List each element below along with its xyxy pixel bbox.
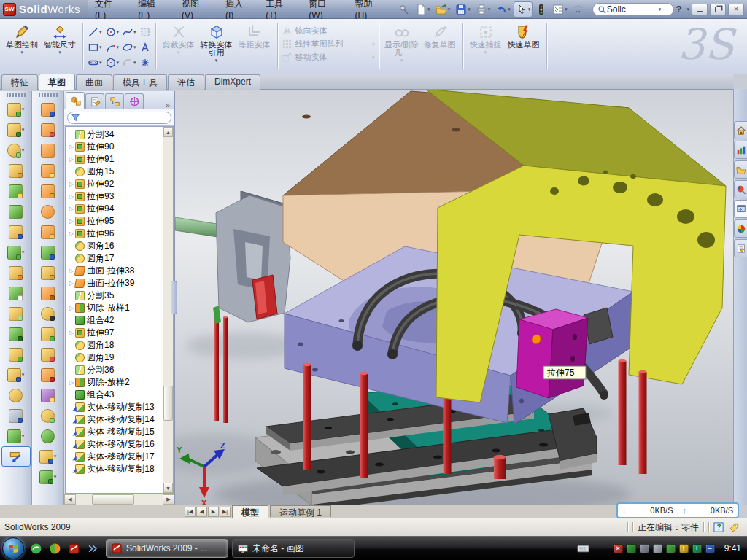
tree-item[interactable]: 分割35 xyxy=(66,289,163,302)
taskpane-view-palette-tab[interactable] xyxy=(734,200,747,218)
configuration-manager-tab[interactable] xyxy=(105,93,124,109)
feature-toolbar-button-col1-5[interactable] xyxy=(1,181,31,201)
print-button[interactable]: ▾ xyxy=(473,1,493,18)
toolbar-grip[interactable] xyxy=(39,93,58,97)
dropdown-arrow[interactable]: ▾ xyxy=(22,147,25,153)
tree-item[interactable]: 圆角17 xyxy=(66,252,163,265)
dropdown-arrow[interactable]: ▾ xyxy=(565,7,568,12)
tab-模具工具[interactable]: 模具工具 xyxy=(113,74,167,90)
feature-toolbar-button-col2-11[interactable] xyxy=(34,303,63,324)
dropdown-arrow[interactable]: ▾ xyxy=(58,50,61,55)
taskpane-file-explorer-tab[interactable] xyxy=(734,160,747,179)
feature-toolbar-button-col1-16[interactable] xyxy=(1,405,31,426)
tree-item[interactable]: 圆角18 xyxy=(66,339,163,351)
minimize-button[interactable] xyxy=(692,4,708,15)
dropdown-arrow[interactable]: ▾ xyxy=(468,7,471,12)
sketch-line-button[interactable]: ▾ xyxy=(87,26,103,39)
scroll-up-button[interactable]: ▲ xyxy=(163,127,173,137)
sketch-region-button[interactable] xyxy=(139,26,152,39)
sketch-textA-button[interactable] xyxy=(139,41,152,54)
undo-button[interactable]: ▾ xyxy=(493,1,513,18)
feature-toolbar-button-col2-13[interactable] xyxy=(34,344,63,365)
sketch-ellipse-button[interactable]: ▾ xyxy=(121,41,137,54)
expand-arrow[interactable]: ▷ xyxy=(68,218,75,225)
quick-tips-icon[interactable] xyxy=(713,521,724,532)
graphics-viewport[interactable]: X Y Z 拉伸75 ▾▾▾▾▾ × xyxy=(175,74,733,505)
feature-toolbar-button-col2-10[interactable] xyxy=(34,283,63,303)
feature-toolbar-button-col1-9[interactable] xyxy=(1,262,31,283)
feature-toolbar-button-col2-6[interactable] xyxy=(34,201,63,222)
antivirus-shield-icon[interactable]: + xyxy=(692,544,702,553)
menu-文件(F)[interactable]: 文件(F) xyxy=(88,0,131,18)
expand-arrow[interactable]: ▷ xyxy=(68,330,75,336)
search-dropdown-icon[interactable]: ▾ xyxy=(659,7,662,12)
feature-toolbar-button-col1-7[interactable] xyxy=(1,222,31,242)
sync-status-icon[interactable]: − xyxy=(705,544,715,553)
dropdown-arrow[interactable]: ▾ xyxy=(117,29,120,35)
expand-arrow[interactable]: ▷ xyxy=(68,305,75,311)
network-signal-icon[interactable] xyxy=(666,544,676,553)
ribbon-智能尺寸-button[interactable]: 智能尺寸▾ xyxy=(41,22,79,58)
tree-item[interactable]: ▷拉伸96 xyxy=(66,228,163,240)
dropdown-arrow[interactable]: ▾ xyxy=(22,433,25,439)
dropdown-arrow[interactable]: ▾ xyxy=(54,454,57,459)
dropdown-arrow[interactable]: ▾ xyxy=(427,7,430,12)
dropdown-arrow[interactable]: ▾ xyxy=(528,7,531,12)
panel-splitter-handle[interactable] xyxy=(171,281,177,314)
dropdown-arrow[interactable]: ▾ xyxy=(22,127,25,133)
more-button[interactable] xyxy=(570,1,587,18)
tree-item[interactable]: 实体-移动/复制15 xyxy=(66,426,163,438)
tab-DimXpert[interactable]: DimXpert xyxy=(205,74,260,90)
taskpane-search-pane-tab[interactable] xyxy=(734,180,747,198)
save-button[interactable]: ▾ xyxy=(453,1,473,18)
ribbon-快速草图-button[interactable]: 快速草图 xyxy=(505,22,543,51)
tab-曲面[interactable]: 曲面 xyxy=(76,74,112,90)
tree-item[interactable]: 分割34 xyxy=(66,128,163,141)
expand-arrow[interactable]: ▷ xyxy=(68,230,75,237)
security-alert-icon[interactable]: × xyxy=(614,544,623,553)
expand-arrow[interactable]: ▷ xyxy=(68,156,75,163)
menu-编辑(E)[interactable]: 编辑(E) xyxy=(131,0,174,18)
sketch-rect-button[interactable]: ▾ xyxy=(87,41,103,54)
feature-toolbar-button-col1-14[interactable]: ▾ xyxy=(1,365,31,385)
sketch-slot-button[interactable]: ▾ xyxy=(87,56,103,69)
dropdown-arrow[interactable]: ▾ xyxy=(22,372,25,378)
start-button[interactable] xyxy=(2,537,24,559)
scroll-right-button[interactable]: ▶ xyxy=(163,494,174,505)
dimxpert-manager-tab[interactable] xyxy=(125,93,144,109)
search-input[interactable] xyxy=(607,4,658,15)
tags-icon[interactable] xyxy=(729,521,740,532)
tab-草图[interactable]: 草图 xyxy=(39,74,75,90)
feature-toolbar-button-col2-12[interactable] xyxy=(34,324,63,344)
expand-arrow[interactable]: ▷ xyxy=(68,181,75,187)
pin-button[interactable] xyxy=(396,1,412,18)
dropdown-arrow[interactable]: ▾ xyxy=(117,44,120,50)
feature-toolbar-button-col1-6[interactable] xyxy=(1,201,31,222)
quick-launch-chevron-button[interactable] xyxy=(85,541,100,556)
traffic-light-button[interactable] xyxy=(533,1,549,18)
manager-tabs-overflow[interactable]: » xyxy=(163,101,173,109)
dropdown-arrow[interactable]: ▾ xyxy=(133,29,136,35)
tab-nav-button-1[interactable]: ◀ xyxy=(196,507,207,517)
feature-toolbar-button-col2-7[interactable] xyxy=(34,222,63,242)
updates-icon[interactable] xyxy=(640,544,649,553)
feature-toolbar-button-col1-11[interactable] xyxy=(1,303,31,324)
menu-工具(T)[interactable]: 工具(T) xyxy=(258,0,301,18)
open-button[interactable]: ▾ xyxy=(433,1,453,18)
shield-power-icon[interactable] xyxy=(627,544,636,553)
feature-toolbar-button-col2-14[interactable] xyxy=(34,365,63,385)
close-button[interactable]: × xyxy=(728,4,744,15)
ribbon-草图绘制-button[interactable]: 草图绘制▾ xyxy=(3,22,41,58)
feature-toolbar-button-col2-3[interactable] xyxy=(34,140,63,160)
tree-item[interactable]: ▷拉伸93 xyxy=(66,190,163,203)
dropdown-arrow[interactable]: ▾ xyxy=(20,50,23,55)
dropdown-arrow[interactable]: ▾ xyxy=(99,60,102,66)
search-box[interactable]: ▾ xyxy=(592,3,674,16)
dropdown-arrow[interactable]: ▾ xyxy=(215,58,218,63)
ribbon-转换实体引用-button[interactable]: 转换实体引用▾ xyxy=(198,22,236,66)
feature-toolbar-button-col2-17[interactable] xyxy=(34,426,63,446)
feature-toolbar-button-col1-4[interactable] xyxy=(1,160,31,181)
input-method-keyboard-icon[interactable] xyxy=(577,542,589,555)
dropdown-arrow[interactable]: ▾ xyxy=(133,44,136,50)
menu-窗口(W)[interactable]: 窗口(W) xyxy=(301,0,347,18)
